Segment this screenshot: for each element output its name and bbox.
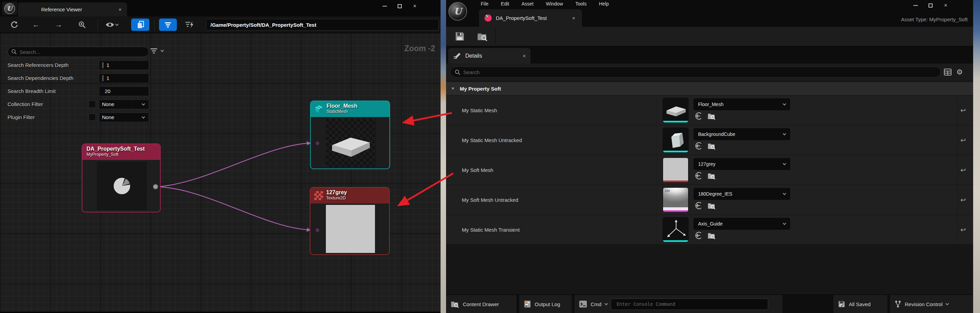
details-tab[interactable]: Details × — [448, 48, 531, 64]
cmd-label[interactable]: Cmd — [590, 301, 601, 307]
refresh-icon[interactable] — [10, 20, 19, 29]
use-selected-asset-icon[interactable] — [694, 202, 703, 210]
node-da-propertysoft-test[interactable]: DA_PropertySoft_Test MyProperty_Soft — [82, 143, 161, 213]
node-subtitle: StaticMesh — [326, 109, 385, 114]
display-options-grid-icon[interactable] — [944, 68, 951, 76]
ies-thumbnail-label: 180 — [665, 189, 670, 192]
menu-asset[interactable]: Asset — [522, 1, 534, 6]
asset-thumbnail[interactable] — [663, 128, 689, 153]
details-search-input[interactable] — [463, 69, 936, 75]
forward-icon[interactable]: → — [54, 20, 63, 29]
node-thumbnail-grey-texture — [326, 205, 375, 253]
reset-to-default-icon[interactable]: ↩ — [961, 125, 966, 155]
browse-to-asset-icon[interactable] — [707, 142, 716, 150]
asset-thumbnail[interactable]: 180 — [663, 187, 689, 213]
input-pin[interactable] — [315, 141, 320, 146]
node-title: 127grey — [326, 189, 385, 195]
console-command-input[interactable] — [617, 301, 765, 307]
asset-thumbnail[interactable] — [663, 217, 689, 242]
tab-close-icon[interactable]: × — [523, 53, 526, 59]
chevron-down-icon[interactable] — [605, 302, 608, 305]
menu-file[interactable]: File — [481, 1, 488, 6]
browse-to-asset-button[interactable] — [477, 31, 488, 42]
details-search-box[interactable] — [450, 67, 941, 78]
use-selected-asset-icon[interactable] — [694, 142, 703, 150]
property-row-my-static-mesh-transient: My Static Mesh Transient Axis_Guide ↩ — [446, 215, 973, 245]
unreal-logo-icon: U — [449, 2, 467, 21]
menu-edit[interactable]: Edit — [501, 1, 509, 6]
property-label: My Soft Mesh Untracked — [462, 185, 518, 214]
close-button[interactable]: × — [407, 2, 422, 11]
browse-to-asset-icon[interactable] — [707, 172, 716, 180]
asset-thumbnail[interactable] — [663, 157, 689, 183]
asset-picker-combo[interactable]: BackgroundCube — [694, 129, 790, 140]
browse-to-asset-icon[interactable] — [707, 112, 716, 120]
unreal-logo-badge: U — [2, 2, 17, 15]
desktop-wallpaper-right — [973, 0, 980, 313]
toolbar-divider — [154, 19, 154, 30]
reference-graph-canvas[interactable]: Zoom -2 Search Referencers Depth 1 Searc… — [0, 33, 441, 311]
zoom-to-fit-icon[interactable] — [78, 20, 86, 29]
reference-viewer-tab[interactable]: Reference Viewer × — [18, 2, 127, 16]
input-pin[interactable] — [315, 227, 320, 233]
console-command-section: Cmd — [574, 295, 783, 313]
compact-mode-button[interactable] — [131, 19, 150, 31]
menu-help[interactable]: Help — [599, 1, 609, 6]
desktop-wallpaper-gap — [441, 0, 446, 313]
tab-close-icon[interactable]: × — [572, 15, 575, 21]
asset-thumbnail[interactable] — [663, 98, 689, 123]
revision-control-button[interactable]: Revision Control — [890, 295, 973, 313]
browse-to-asset-icon[interactable] — [707, 202, 716, 210]
output-log-button[interactable]: Output Log — [519, 295, 572, 313]
output-pin[interactable] — [153, 184, 158, 189]
maximize-button[interactable] — [923, 1, 938, 10]
all-saved-button[interactable]: All Saved — [834, 295, 887, 313]
asset-color-bar — [663, 210, 688, 212]
asset-path-field[interactable]: /Game/Property/Soft/DA_PropertySoft_Test — [206, 19, 439, 30]
toolbar-divider — [495, 29, 496, 44]
menu-window[interactable]: Window — [546, 1, 563, 6]
property-label: My Soft Mesh — [462, 155, 493, 184]
reference-viewer-titlebar[interactable]: U Reference Viewer × × — [0, 0, 441, 16]
asset-picker-combo[interactable]: 127grey — [694, 158, 790, 170]
minimize-button[interactable] — [908, 1, 923, 10]
property-label: My Static Mesh Untracked — [462, 125, 522, 155]
console-command-box[interactable] — [611, 299, 768, 310]
maximize-button[interactable] — [392, 2, 407, 11]
asset-picker-combo[interactable]: 180Degree_IES — [694, 188, 790, 200]
asset-editor-toolbar — [446, 27, 973, 46]
asset-picker-combo[interactable]: Floor_Mesh — [694, 99, 790, 110]
reset-to-default-icon[interactable]: ↩ — [961, 185, 966, 214]
asset-tab[interactable]: DA_PropertySoft_Test × — [479, 9, 582, 27]
node-127grey[interactable]: 127grey Texture2D — [310, 187, 390, 255]
save-button[interactable] — [455, 31, 466, 42]
reset-to-default-icon[interactable]: ↩ — [961, 215, 966, 245]
use-selected-asset-icon[interactable] — [694, 172, 703, 180]
tab-close-icon[interactable]: × — [118, 6, 122, 12]
node-floor-mesh[interactable]: Floor_Mesh StaticMesh — [310, 100, 390, 169]
menu-tools[interactable]: Tools — [576, 1, 587, 6]
asset-color-bar — [663, 121, 688, 122]
asset-color-bar — [663, 151, 688, 153]
visibility-eye-dropdown[interactable] — [104, 20, 119, 29]
content-drawer-button[interactable]: Content Drawer — [446, 295, 516, 313]
browse-to-asset-icon[interactable] — [707, 232, 716, 240]
use-selected-asset-icon[interactable] — [694, 231, 703, 240]
node-thumbnail-floor-mesh — [326, 118, 376, 167]
close-button[interactable]: × — [938, 1, 953, 10]
details-tab-title: Details — [465, 53, 482, 59]
asset-picker-combo[interactable]: Axis_Guide — [694, 218, 790, 230]
auto-filters-icon[interactable] — [184, 20, 196, 29]
minimize-button[interactable] — [377, 2, 392, 11]
category-my-property-soft[interactable]: ▼ My Property Soft — [446, 82, 973, 95]
reset-to-default-icon[interactable]: ↩ — [961, 155, 966, 184]
search-icon — [455, 69, 460, 75]
chevron-down-icon — [783, 132, 786, 135]
settings-gear-icon[interactable]: ⚙ — [956, 68, 963, 76]
back-icon[interactable]: ← — [32, 20, 41, 29]
use-selected-asset-icon[interactable] — [694, 112, 703, 120]
filters-button[interactable] — [159, 19, 177, 31]
expander-triangle-icon[interactable]: ▼ — [451, 86, 455, 91]
asset-editor-titlebar[interactable]: U File Edit Asset Window Tools Help DA_P… — [446, 0, 973, 27]
reset-to-default-icon[interactable]: ↩ — [961, 95, 966, 125]
